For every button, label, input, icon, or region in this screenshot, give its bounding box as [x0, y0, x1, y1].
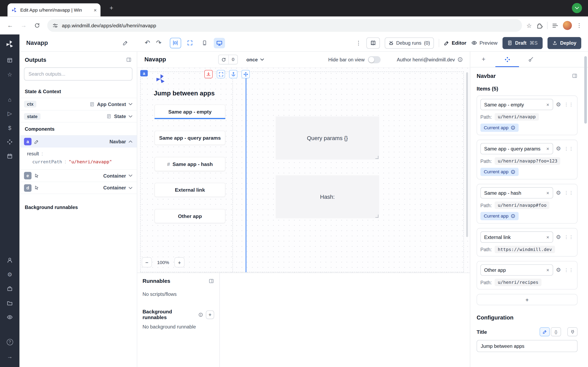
component-row-container-e[interactable]: e Container — [20, 169, 137, 182]
url-bar[interactable]: app.windmill.dev/apps/edit/u/henri/navap… — [47, 19, 522, 32]
zoom-in-button[interactable]: + — [174, 257, 185, 267]
item-settings-gear-icon[interactable]: ⚙ — [556, 234, 561, 240]
info-icon[interactable] — [458, 57, 463, 62]
fullscreen-button[interactable] — [184, 38, 196, 48]
runs-icon[interactable]: ▷ — [0, 106, 20, 121]
drag-handle-icon[interactable]: ⋮⋮ — [564, 102, 574, 107]
expression-mode-button[interactable]: {} — [551, 327, 561, 336]
apps-icon[interactable] — [0, 53, 20, 67]
resources-icon[interactable] — [0, 135, 20, 149]
collapse-sidebar-icon[interactable]: → — [0, 349, 20, 363]
drag-handle-icon[interactable]: ⋮⋮ — [564, 234, 574, 240]
debug-runs-button[interactable]: Debug runs (0) — [385, 37, 434, 49]
profile-avatar[interactable] — [563, 21, 572, 30]
run-mode-dropdown[interactable]: once — [246, 57, 264, 62]
settings-components-tab[interactable] — [495, 52, 519, 67]
users-icon[interactable] — [0, 253, 20, 267]
move-handle-button[interactable] — [242, 70, 250, 78]
favorites-star-icon[interactable]: ☆ — [0, 67, 20, 82]
title-value-input[interactable] — [476, 340, 577, 352]
hash-component[interactable]: Hash: — [276, 175, 379, 218]
mobile-view-button[interactable] — [199, 38, 210, 48]
help-icon[interactable]: ? — [0, 335, 20, 349]
drag-handle-icon[interactable]: ⋮⋮ — [564, 267, 574, 273]
variables-icon[interactable]: $ — [0, 120, 20, 135]
refresh-pill[interactable]: 0 — [218, 55, 238, 64]
info-icon[interactable] — [511, 170, 515, 174]
preview-tab[interactable]: Preview — [471, 40, 498, 46]
audit-eye-icon[interactable] — [0, 310, 20, 324]
app-canvas[interactable]: a Jump — [137, 67, 470, 273]
state-row[interactable]: state State — [20, 110, 137, 123]
drag-handle-icon[interactable]: ⋮⋮ — [564, 190, 574, 196]
static-edit-mode-button[interactable] — [540, 327, 550, 336]
ctx-row[interactable]: ctx App Context — [20, 98, 137, 110]
component-row-navbar[interactable]: a Navbar — [20, 135, 137, 148]
bookmark-star-icon[interactable]: ☆ — [526, 22, 532, 29]
item-path-value[interactable]: https://windmill.dev — [495, 246, 555, 253]
item-label-input[interactable]: Same app - query params × — [480, 143, 553, 154]
chevron-up-icon[interactable] — [129, 141, 132, 143]
styling-tab[interactable] — [519, 52, 543, 67]
info-icon[interactable] — [511, 214, 515, 218]
item-label-input[interactable]: Other app × — [480, 264, 553, 276]
query-params-component[interactable]: Query params {} — [276, 117, 379, 159]
rename-app-pencil-icon[interactable] — [123, 40, 129, 46]
canvas-scrollbar[interactable] — [466, 72, 468, 237]
windmill-logo-icon[interactable] — [5, 40, 14, 49]
new-tab-button[interactable]: + — [108, 4, 115, 12]
navbar-item-same-app-hash[interactable]: # Same app - hash — [155, 157, 225, 171]
window-scrollbar[interactable] — [584, 56, 587, 124]
item-path-value[interactable]: u/henri/recipes — [495, 279, 541, 286]
chevron-down-icon[interactable] — [129, 115, 132, 117]
extensions-icon[interactable] — [536, 22, 543, 29]
panel-icon[interactable] — [572, 73, 578, 79]
browser-menu-icon[interactable]: ⋮ — [576, 22, 582, 29]
clear-icon[interactable]: × — [546, 267, 549, 273]
media-controls-icon[interactable] — [552, 22, 558, 29]
selection-boundary[interactable] — [246, 72, 246, 272]
clear-icon[interactable]: × — [546, 102, 549, 108]
folders-icon[interactable] — [0, 296, 20, 310]
forward-button[interactable]: → — [18, 20, 29, 31]
item-path-value[interactable]: u/henri/navapp?foo=123 — [495, 157, 560, 165]
resize-handle-icon[interactable] — [375, 215, 379, 217]
item-settings-gear-icon[interactable]: ⚙ — [556, 267, 561, 273]
settings-gear-icon[interactable]: ⚙ — [0, 267, 20, 282]
panel-icon[interactable] — [126, 57, 132, 63]
navbar-item-same-app-empty[interactable]: Same app - empty — [155, 104, 225, 119]
chevron-down-icon[interactable] — [129, 103, 132, 105]
chevron-down-icon[interactable] — [129, 175, 132, 177]
docs-button[interactable] — [366, 37, 380, 49]
home-icon[interactable]: ⌂ — [0, 92, 20, 106]
workers-icon[interactable] — [0, 282, 20, 296]
editor-tab[interactable]: Editor — [444, 40, 466, 46]
resize-handle-icon[interactable] — [375, 156, 379, 159]
item-label-input[interactable]: Same app - hash × — [480, 187, 553, 198]
info-icon[interactable] — [511, 125, 515, 130]
item-settings-gear-icon[interactable]: ⚙ — [556, 145, 561, 152]
search-outputs-input[interactable] — [24, 67, 132, 81]
panel-icon[interactable] — [208, 278, 214, 284]
redo-button[interactable]: ↷ — [156, 39, 162, 47]
rename-component-pencil-icon[interactable] — [34, 139, 39, 144]
chevron-down-icon[interactable] — [129, 187, 132, 189]
drag-handle-icon[interactable]: ⋮⋮ — [564, 146, 574, 151]
clear-icon[interactable]: × — [546, 190, 549, 196]
selected-component-tag[interactable]: a — [140, 70, 148, 76]
align-tool-button[interactable] — [170, 38, 181, 48]
add-background-runnable-button[interactable]: + — [206, 310, 214, 319]
desktop-view-button[interactable] — [214, 38, 225, 48]
clear-icon[interactable]: × — [546, 146, 549, 151]
item-settings-gear-icon[interactable]: ⚙ — [556, 189, 561, 196]
item-path-value[interactable]: u/henri/navapp — [495, 113, 539, 121]
navbar-item-other-app[interactable]: Other app — [155, 209, 225, 223]
tab-close-icon[interactable]: × — [94, 7, 97, 13]
expand-handle-button[interactable] — [217, 70, 225, 78]
schedules-icon[interactable] — [0, 149, 20, 163]
draft-button[interactable]: Draft ⌘S — [502, 37, 543, 49]
zoom-out-button[interactable]: − — [142, 257, 152, 267]
tab-search-indicator[interactable] — [572, 3, 582, 13]
more-options-icon[interactable]: ⋮ — [356, 40, 361, 46]
component-row-container-d[interactable]: d Container — [20, 182, 137, 194]
